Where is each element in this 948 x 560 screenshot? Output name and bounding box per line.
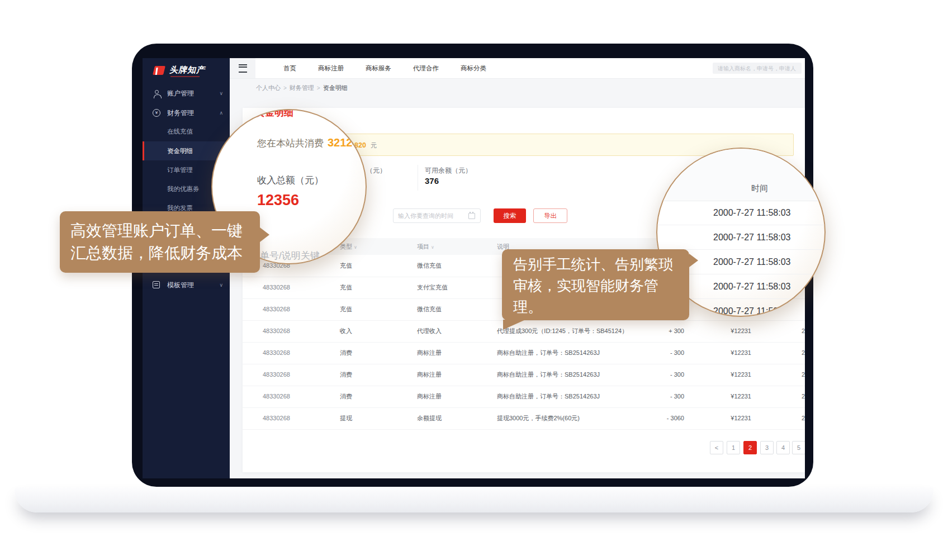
- table-row[interactable]: 48330268 消费 商标注册 商标自助注册，订单号：SB2514263J -…: [243, 364, 805, 386]
- table-row[interactable]: 48330268 消费 商标注册 商标自助注册，订单号：SB2514263J -…: [243, 386, 805, 408]
- logo-flag-icon: [153, 66, 165, 75]
- sort-caret-icon: ∨: [354, 245, 357, 250]
- hamburger-icon: [239, 64, 247, 73]
- breadcrumb-item[interactable]: 财务管理: [290, 84, 314, 91]
- breadcrumb-item[interactable]: 个人中心: [256, 84, 281, 91]
- sort-caret-icon: ∨: [431, 245, 434, 250]
- magnified-income-value: 12356: [257, 192, 299, 209]
- pagination-page-2-active[interactable]: 2: [743, 441, 757, 454]
- available-balance-value: 376: [425, 176, 439, 186]
- nav-tab-trademark-class[interactable]: 商标分类: [461, 64, 486, 73]
- pagination-page-4[interactable]: 4: [776, 441, 790, 454]
- pagination-page-1[interactable]: 1: [727, 441, 740, 454]
- breadcrumb: 个人中心>财务管理>资金明细: [230, 79, 805, 97]
- breadcrumb-current: 资金明细: [323, 84, 348, 91]
- calendar-icon: [468, 213, 475, 219]
- nav-tab-trademark-service[interactable]: 商标服务: [366, 64, 391, 73]
- pagination-prev-button[interactable]: <: [710, 441, 723, 454]
- logo-text: 头牌知产: [169, 65, 205, 75]
- logo-subtitle: [170, 76, 200, 77]
- nav-tab-home[interactable]: 首页: [283, 64, 296, 73]
- pagination-page-3[interactable]: 3: [760, 441, 774, 454]
- trademark-search-input[interactable]: [713, 63, 802, 74]
- callout-right-text: 告别手工统计、告别繁琐审核，实现智能财务管理。: [513, 256, 673, 315]
- template-icon: [153, 281, 160, 288]
- callout-left-text: 高效管理账户订单、一键汇总数据，降低财务成本: [70, 222, 243, 262]
- finance-icon: ¥: [153, 109, 160, 117]
- laptop-base: [15, 487, 933, 512]
- search-button[interactable]: 搜索: [494, 208, 526, 223]
- breadcrumb-separator: >: [317, 85, 320, 91]
- consumption-unit: 元: [371, 142, 377, 149]
- date-filter-input[interactable]: [393, 208, 481, 223]
- top-nav: 首页 商标注册 商标服务 代理合作 商标分类: [230, 58, 805, 79]
- export-button[interactable]: 导出: [533, 208, 567, 223]
- menu-button[interactable]: [230, 58, 255, 78]
- callout-arrow-bottom-left-icon: [503, 320, 525, 330]
- sidebar-item-finance[interactable]: ¥ 财务管理 ∧: [143, 103, 230, 122]
- sidebar-item-online-recharge[interactable]: 在线充值: [143, 122, 230, 141]
- callout-arrow-right-icon: [260, 227, 269, 242]
- sidebar-item-template[interactable]: 模板管理 ∨: [143, 276, 230, 295]
- nav-tab-trademark-register[interactable]: 商标注册: [318, 64, 344, 73]
- magnified-time-row: 2000-7-27 11:58:03: [657, 201, 826, 225]
- logo: 头牌知产: [143, 64, 230, 84]
- chevron-down-icon: ∨: [219, 276, 223, 295]
- user-icon: [155, 90, 159, 94]
- magnified-income-label: 收入总额（元）: [257, 174, 324, 187]
- table-row[interactable]: 48330268 提现 余额提现 提现3000元，手续费2%(60元) - 30…: [243, 407, 805, 430]
- chevron-down-icon: ∨: [219, 84, 223, 103]
- nav-tabs: 首页 商标注册 商标服务 代理合作 商标分类: [283, 58, 486, 78]
- chevron-up-icon: ∧: [219, 103, 223, 122]
- table-header-project[interactable]: 项目∨: [417, 238, 434, 256]
- stats-divider: [418, 165, 418, 191]
- table-row[interactable]: 48330268 消费 商标注册 商标自助注册，订单号：SB2514263J -…: [243, 342, 805, 364]
- page: 头牌知产 账户管理 ∨ ¥ 财务管理 ∧ 在线充值 资金明细: [0, 0, 948, 560]
- magnified-consumption-text: 您在本站共消费32124: [257, 136, 359, 150]
- callout-arrow-right-icon: [689, 254, 698, 267]
- callout-left: 高效管理账户订单、一键汇总数据，降低财务成本: [60, 211, 260, 273]
- available-balance-label: 可用余额（元）: [425, 166, 472, 175]
- callout-right: 告别手工统计、告别繁琐审核，实现智能财务管理。: [502, 249, 689, 320]
- nav-tab-agency[interactable]: 代理合作: [413, 64, 439, 73]
- breadcrumb-separator: >: [283, 85, 287, 91]
- sidebar-item-account[interactable]: 账户管理 ∨: [143, 84, 230, 103]
- magnified-time-row: 2000-7-27 11:58:03: [657, 225, 826, 250]
- pagination-page-5[interactable]: 5: [792, 441, 805, 454]
- consume-total-label: （元）: [366, 166, 386, 175]
